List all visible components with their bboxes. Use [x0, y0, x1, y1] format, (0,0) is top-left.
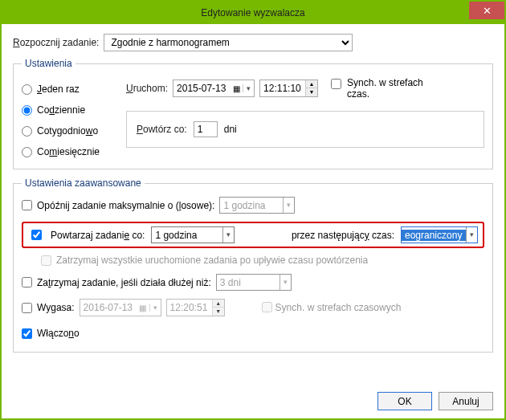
delay-label: Opóźnij zadanie maksymalnie o (losowe):	[37, 200, 214, 211]
titlebar: Edytowanie wyzwalacza ✕	[2, 2, 504, 24]
repeat-duration-combo[interactable]: ▾	[401, 226, 478, 243]
begin-task-label: Rozpocznij zadanie:	[13, 37, 99, 48]
stop-at-end-checkbox	[41, 255, 51, 266]
expire-tz-input	[262, 302, 272, 312]
spinner-up-icon[interactable]: ▲	[306, 80, 317, 88]
time-spinner: ▲ ▼	[212, 300, 224, 316]
settings-legend: Ustawienia	[22, 58, 75, 69]
dialog-window: Edytowanie wyzwalacza ✕ Rozpocznij zadan…	[0, 0, 506, 420]
radio-daily-input[interactable]	[22, 105, 32, 116]
chevron-down-icon: ▾	[149, 304, 161, 312]
delay-checkbox[interactable]	[22, 200, 32, 210]
chevron-down-icon: ▾	[280, 275, 291, 290]
content-area: Rozpocznij zadanie: Zgodnie z harmonogra…	[2, 24, 504, 370]
recur-box: Powtórz co: dni	[126, 111, 484, 148]
radio-daily-label: Codziennie	[37, 104, 85, 116]
expire-tz-label: Synch. w strefach czasowych	[275, 302, 402, 313]
settings-fieldset: Ustawienia Jeden raz Codziennie Cotygodn…	[13, 58, 493, 169]
expire-date-picker: ▦ ▾	[80, 299, 161, 316]
radio-weekly-input[interactable]	[22, 126, 32, 137]
close-button[interactable]: ✕	[469, 2, 504, 19]
start-time-input[interactable]	[260, 83, 305, 94]
delay-value	[220, 200, 283, 211]
radio-monthly-label: Comiesięcznie	[37, 146, 100, 157]
radio-weekly-label: Cotygodniowo	[37, 125, 98, 137]
begin-task-select[interactable]: Zgodnie z harmonogramem	[104, 34, 353, 51]
dialog-footer: OK Anuluj	[377, 392, 493, 410]
advanced-fieldset: Ustawienia zaawansowane Opóźnij zadanie …	[13, 177, 493, 353]
delay-combo: ▾	[219, 197, 295, 214]
chevron-down-icon[interactable]: ▾	[466, 227, 477, 243]
stop-if-longer-combo: ▾	[216, 274, 292, 291]
radio-once-input[interactable]	[22, 84, 32, 95]
repeat-duration-label: przez następujący czas:	[292, 230, 394, 241]
radio-monthly-input[interactable]	[22, 147, 32, 157]
repeat-interval-value[interactable]	[152, 230, 222, 241]
start-date-picker[interactable]: ▦ ▾	[173, 80, 255, 97]
stop-at-end-row: Zatrzymaj wszystkie uruchomione zadania …	[41, 255, 484, 266]
calendar-icon: ▦	[230, 84, 243, 93]
cancel-button[interactable]: Anuluj	[439, 392, 493, 410]
window-title: Edytowanie wyzwalacza	[201, 7, 304, 18]
expire-date-input	[80, 302, 137, 313]
stop-if-longer-value	[217, 277, 280, 288]
expire-tz-checkbox: Synch. w strefach czasowych	[262, 302, 402, 313]
start-date-input[interactable]	[173, 83, 230, 94]
repeat-task-checkbox[interactable]	[31, 230, 42, 240]
spinner-down-icon: ▼	[213, 308, 224, 316]
radio-once[interactable]: Jeden raz	[22, 84, 116, 95]
delay-row: Opóźnij zadanie maksymalnie o (losowe): …	[22, 197, 484, 214]
repeat-task-label: Powtarzaj zadanie co:	[51, 230, 145, 241]
calendar-icon: ▦	[137, 304, 149, 312]
launch-row: Uruchom: ▦ ▾ ▲ ▼	[126, 77, 484, 100]
launch-label: Uruchom:	[126, 83, 168, 94]
close-icon: ✕	[483, 5, 492, 17]
expire-time-input	[167, 302, 212, 313]
begin-task-row: Rozpocznij zadanie: Zgodnie z harmonogra…	[13, 34, 493, 51]
tz-sync-checkbox[interactable]: Synch. w strefach czas.	[328, 77, 424, 100]
ok-button[interactable]: OK	[377, 392, 432, 410]
radio-daily[interactable]: Codziennie	[22, 104, 116, 116]
launch-column: Uruchom: ▦ ▾ ▲ ▼	[126, 77, 484, 157]
tz-sync-label: Synch. w strefach czas.	[347, 77, 424, 100]
expire-checkbox[interactable]	[22, 303, 32, 313]
recur-label: Powtórz co:	[137, 124, 187, 135]
start-time-picker[interactable]: ▲ ▼	[259, 80, 318, 97]
radio-monthly[interactable]: Comiesięcznie	[22, 146, 116, 157]
spinner-up-icon: ▲	[213, 300, 224, 308]
repeat-duration-value[interactable]	[402, 230, 466, 241]
tz-sync-input[interactable]	[331, 79, 341, 89]
recur-unit: dni	[224, 124, 237, 135]
radio-once-label: Jeden raz	[37, 84, 80, 95]
enabled-label: Włączono	[37, 328, 80, 339]
chevron-down-icon[interactable]: ▾	[222, 227, 234, 243]
repeat-task-highlight: Powtarzaj zadanie co: ▾ przez następując…	[22, 222, 484, 248]
stop-at-end-label: Zatrzymaj wszystkie uruchomione zadania …	[56, 255, 368, 266]
stop-if-longer-row: Zatrzymaj zadanie, jeśli działa dłużej n…	[22, 274, 484, 291]
spinner-down-icon[interactable]: ▼	[306, 88, 317, 96]
chevron-down-icon: ▾	[283, 198, 294, 213]
stop-if-longer-checkbox[interactable]	[22, 277, 32, 287]
advanced-legend: Ustawienia zaawansowane	[22, 177, 145, 189]
recur-value-input[interactable]	[194, 121, 218, 137]
stop-if-longer-label: Zatrzymaj zadanie, jeśli działa dłużej n…	[37, 277, 211, 288]
enabled-row: Włączono	[22, 328, 484, 339]
radio-weekly[interactable]: Cotygodniowo	[22, 125, 116, 137]
expire-label: Wygasa:	[37, 302, 75, 313]
time-spinner[interactable]: ▲ ▼	[305, 80, 317, 96]
repeat-interval-combo[interactable]: ▾	[151, 226, 235, 243]
expire-row: Wygasa: ▦ ▾ ▲ ▼ Synch. w strefach czasow…	[22, 299, 484, 316]
enabled-checkbox[interactable]	[22, 328, 32, 339]
schedule-radio-group: Jeden raz Codziennie Cotygodniowo Comies…	[22, 77, 116, 157]
expire-time-picker: ▲ ▼	[166, 299, 225, 316]
chevron-down-icon[interactable]: ▾	[243, 84, 254, 92]
